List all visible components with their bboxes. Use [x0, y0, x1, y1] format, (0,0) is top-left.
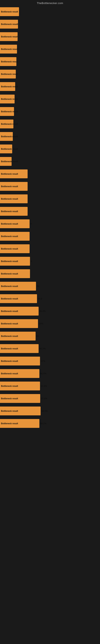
bar-label: Bottleneck result	[0, 248, 18, 250]
bar-row: Bottleneck result	[0, 268, 100, 280]
bar-row: Bottleneck result	[0, 30, 100, 43]
site-title: TheBottlenecker.com	[37, 2, 63, 5]
bar-label: Bottleneck result	[0, 148, 18, 150]
bar-value: 51	[36, 335, 39, 337]
bar-value: 53.3	[38, 298, 42, 300]
bar-label: Bottleneck result	[0, 410, 18, 412]
bar-label: Bottleneck result	[0, 310, 18, 312]
bar-label: Bottleneck result	[0, 260, 18, 262]
bar-value: 58.1%	[41, 410, 48, 412]
bar-label: Bottleneck result	[0, 60, 18, 63]
bar-value: 55.2%	[39, 347, 46, 350]
bar-row: Bottleneck result4	[0, 218, 100, 230]
bar-label: Bottleneck result	[0, 173, 18, 175]
bar-row: Bottleneck result57.3%	[0, 380, 100, 392]
bar-label: Bottleneck result	[0, 123, 18, 125]
bar-row: Bottleneck result55.4%	[0, 305, 100, 317]
bar-row: Bottleneck result	[0, 93, 100, 105]
bar-label: Bottleneck result	[0, 73, 18, 75]
bar-value: 57%	[41, 360, 45, 362]
bar-value: 56.2%	[40, 422, 47, 425]
bar-value: 56.4%	[40, 372, 47, 375]
bar-value: 57.6%	[41, 397, 47, 400]
bar-label: Bottleneck result	[0, 347, 18, 350]
bar-label: Bottleneck result	[0, 85, 18, 88]
bar-label: Bottleneck result	[0, 48, 18, 50]
bar-value: 52.	[37, 285, 40, 288]
bar-label: Bottleneck result	[0, 222, 18, 225]
site-header: TheBottlenecker.com	[0, 0, 100, 6]
bar-label: Bottleneck result	[0, 185, 18, 188]
bar-value: 57.3%	[41, 385, 47, 387]
bar-row: Bottleneck result	[0, 18, 100, 30]
bar-label: Bottleneck result	[0, 298, 18, 300]
bar-value: 4	[30, 222, 32, 225]
chart-area: Bottleneck resultBottleneck resultBottle…	[0, 6, 100, 430]
bar-row: Bottleneck result	[0, 80, 100, 93]
bar-row: Bottleneck result4	[0, 255, 100, 268]
bar-row: Bottleneck result	[0, 55, 100, 68]
bar-row: Bottleneck result	[0, 43, 100, 55]
bar-row: Bottleneck result	[0, 168, 100, 180]
bar-label: Bottleneck result	[0, 322, 18, 325]
bar-row: Bottleneck result57.6%	[0, 392, 100, 405]
bar-label: Bottleneck result	[0, 36, 18, 38]
bar-label: Bottleneck result	[0, 385, 18, 387]
bar-label: Bottleneck result	[0, 422, 18, 425]
bar-label: Bottleneck result	[0, 235, 18, 238]
bar-row: Bottleneck result	[0, 105, 100, 118]
bar-label: Bottleneck result	[0, 210, 18, 212]
bar-row: Bottleneck result	[0, 192, 100, 205]
bar-row: Bottleneck result	[0, 118, 100, 130]
bar-label: Bottleneck result	[0, 335, 18, 337]
bar-row: Bottleneck result58.1%	[0, 405, 100, 417]
bar-row: Bottleneck result51	[0, 330, 100, 342]
bar-row: Bottleneck result55.2%	[0, 342, 100, 355]
bar-row: Bottleneck result52.	[0, 280, 100, 292]
bar-row: Bottleneck result	[0, 130, 100, 143]
bar-row: Bottleneck result57%	[0, 355, 100, 367]
bar-row: Bottleneck result	[0, 230, 100, 242]
bar-row: Bottleneck result	[0, 155, 100, 168]
bar-label: Bottleneck result	[0, 372, 18, 375]
bar-value: 4	[31, 260, 32, 262]
bar-row: Bottleneck result56.4%	[0, 367, 100, 380]
bar-row: Bottleneck result	[0, 180, 100, 192]
bar-label: Bottleneck result	[0, 360, 18, 362]
bar-label: Bottleneck result	[0, 110, 18, 113]
bar-row: Bottleneck result	[0, 205, 100, 218]
bar-label: Bottleneck result	[0, 160, 18, 162]
bar-row: Bottleneck result	[0, 6, 100, 18]
bar-value: 54%	[39, 322, 43, 325]
bar-label: Bottleneck result	[0, 397, 18, 400]
bar-row: Bottleneck result56.2%	[0, 417, 100, 430]
bar-label: Bottleneck result	[0, 98, 18, 100]
bar-row: Bottleneck result	[0, 143, 100, 155]
bar-row: Bottleneck result	[0, 68, 100, 80]
bar-label: Bottleneck result	[0, 285, 18, 288]
bar-label: Bottleneck result	[0, 10, 18, 13]
bar-label: Bottleneck result	[0, 23, 18, 25]
bar-label: Bottleneck result	[0, 198, 18, 200]
bar-row: Bottleneck result54%	[0, 317, 100, 330]
bar-label: Bottleneck result	[0, 135, 18, 138]
bar-row: Bottleneck result	[0, 242, 100, 255]
bar-label: Bottleneck result	[0, 272, 18, 275]
bar-value: 55.4%	[39, 310, 46, 312]
bar-row: Bottleneck result53.3	[0, 292, 100, 305]
